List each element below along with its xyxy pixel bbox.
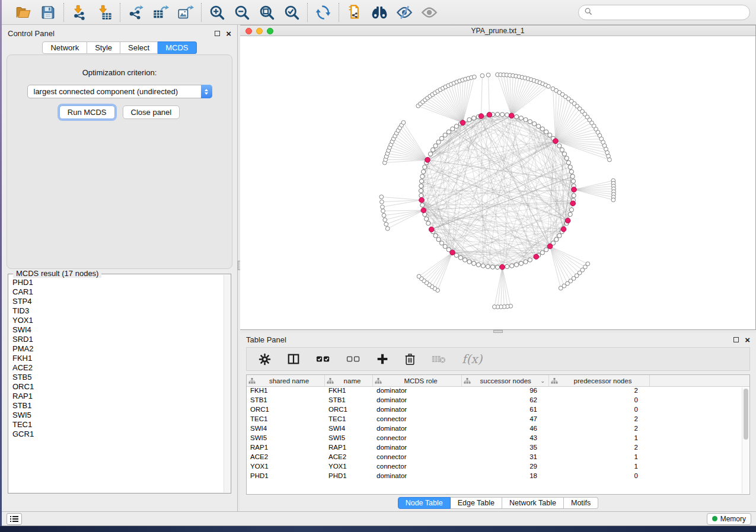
cell[interactable]: 0 [549, 472, 650, 482]
column-header-successor-nodes[interactable]: successor nodes⌄ [462, 375, 549, 386]
cell[interactable]: ORC1 [247, 406, 325, 415]
table-row[interactable]: SWI4SWI4dominator462 [247, 425, 749, 434]
close-window-icon[interactable] [245, 28, 252, 34]
task-history-button[interactable] [7, 513, 22, 525]
zoom-out-icon[interactable] [232, 2, 252, 23]
close-table-panel-icon[interactable]: × [745, 337, 750, 342]
tab-network[interactable]: Network [42, 41, 87, 54]
close-panel-button[interactable]: Close panel [123, 105, 180, 119]
cell[interactable]: dominator [373, 406, 462, 415]
mcds-result-item[interactable]: YOX1 [12, 316, 231, 325]
mcds-result-item[interactable]: TID3 [12, 306, 231, 316]
close-panel-icon[interactable]: × [226, 31, 231, 36]
column-header-name[interactable]: name [325, 375, 373, 386]
add-column-icon[interactable] [377, 353, 388, 365]
cell[interactable]: 35 [462, 444, 549, 453]
table-row[interactable]: PHD1PHD1dominator180 [247, 472, 749, 482]
cell[interactable]: 43 [462, 434, 549, 444]
table-scrollbar-thumb[interactable] [744, 389, 748, 440]
tab-node-table[interactable]: Node Table [398, 497, 451, 509]
cell[interactable]: SWI4 [247, 425, 325, 434]
float-table-panel-icon[interactable] [733, 337, 739, 342]
cell[interactable]: 46 [462, 425, 549, 434]
delete-column-icon[interactable] [404, 353, 416, 366]
cell[interactable]: PHD1 [247, 472, 325, 482]
cell[interactable]: 62 [462, 396, 549, 406]
mcds-result-item[interactable]: SWI5 [12, 411, 231, 420]
cell[interactable]: 61 [462, 406, 549, 415]
network-graph[interactable] [240, 36, 755, 329]
mcds-result-item[interactable]: FKH1 [12, 354, 231, 363]
cell[interactable]: 1 [549, 463, 650, 472]
cell[interactable]: dominator [373, 387, 462, 396]
cell[interactable]: dominator [373, 425, 462, 434]
cell[interactable]: dominator [373, 472, 462, 482]
maximize-window-icon[interactable] [267, 28, 273, 34]
mcds-result-item[interactable]: RAP1 [12, 392, 231, 401]
cell[interactable]: 29 [462, 463, 549, 472]
zoom-in-icon[interactable] [207, 2, 227, 23]
column-view-icon[interactable] [287, 352, 300, 366]
optimization-criterion-select[interactable]: largest connected component (undirected) [27, 85, 212, 98]
import-table-icon[interactable] [94, 2, 114, 23]
memory-button[interactable]: Memory [707, 513, 751, 525]
mcds-result-item[interactable]: PHD1 [12, 278, 231, 287]
zoom-selected-icon[interactable] [282, 2, 302, 23]
open-file-icon[interactable] [13, 2, 33, 23]
mcds-result-item[interactable]: STB5 [12, 373, 231, 382]
cell[interactable]: 1 [549, 434, 650, 444]
hide-details-icon[interactable] [394, 2, 414, 23]
mcds-result-item[interactable]: STP4 [12, 297, 231, 306]
cell[interactable]: TEC1 [325, 415, 373, 425]
cell[interactable]: ACE2 [325, 453, 373, 463]
mcds-result-item[interactable]: CAR1 [12, 287, 231, 297]
table-row[interactable]: YOX1YOX1connector291 [247, 463, 749, 472]
table-row[interactable]: FKH1FKH1dominator962 [247, 387, 749, 396]
tab-mcds[interactable]: MCDS [158, 41, 196, 54]
table-row[interactable]: ACE2ACE2connector311 [247, 453, 749, 463]
deselect-all-icon[interactable] [346, 355, 361, 363]
cell[interactable]: 31 [462, 453, 549, 463]
cell[interactable]: connector [373, 453, 462, 463]
cell[interactable]: ACE2 [247, 453, 325, 463]
cell[interactable]: connector [373, 434, 462, 444]
cell[interactable]: TEC1 [247, 415, 325, 425]
mcds-result-list[interactable]: PHD1CAR1STP4TID3YOX1SWI4SRD1PMA2FKH1ACE2… [8, 274, 231, 439]
tab-style[interactable]: Style [87, 41, 120, 54]
zoom-fit-icon[interactable] [257, 2, 277, 23]
mcds-result-item[interactable]: STB1 [12, 401, 231, 411]
cell[interactable]: FKH1 [247, 387, 325, 396]
refresh-icon[interactable] [313, 2, 333, 23]
cell[interactable]: 2 [549, 415, 650, 425]
minimize-window-icon[interactable] [256, 28, 263, 34]
cell[interactable]: dominator [373, 396, 462, 406]
table-row[interactable]: RAP1RAP1dominator352 [247, 444, 749, 453]
horizontal-splitter-handle[interactable] [493, 330, 503, 333]
mcds-result-item[interactable]: SRD1 [12, 335, 231, 344]
sort-indicator-icon[interactable]: ⌄ [540, 378, 545, 384]
tab-network-table[interactable]: Network Table [502, 497, 564, 509]
tab-motifs[interactable]: Motifs [564, 497, 598, 509]
cell[interactable]: 1 [549, 453, 650, 463]
cell[interactable]: PHD1 [325, 472, 373, 482]
cell[interactable]: STB1 [325, 396, 373, 406]
cell[interactable]: SWI5 [325, 434, 373, 444]
cell[interactable]: ORC1 [325, 406, 373, 415]
function-builder-icon[interactable]: f(x) [462, 352, 482, 366]
mcds-result-item[interactable]: PMA2 [12, 344, 231, 354]
table-row[interactable]: TEC1TEC1connector472 [247, 415, 749, 425]
float-panel-icon[interactable] [215, 31, 220, 36]
horizontal-splitter[interactable] [240, 330, 756, 333]
table-scrollbar[interactable] [742, 387, 749, 493]
mcds-result-scrollbar[interactable] [224, 275, 230, 492]
settings-gear-icon[interactable] [259, 353, 271, 366]
cell[interactable]: RAP1 [325, 444, 373, 453]
cell[interactable]: SWI4 [325, 425, 373, 434]
export-image-icon[interactable] [176, 2, 196, 23]
cell[interactable]: STB1 [247, 396, 325, 406]
run-mcds-button[interactable]: Run MCDS [59, 105, 115, 119]
share-document-icon[interactable] [344, 2, 365, 23]
column-header-MCDS-role[interactable]: MCDS role [373, 375, 462, 386]
cell[interactable]: SWI5 [247, 434, 325, 444]
cell[interactable]: connector [373, 415, 462, 425]
